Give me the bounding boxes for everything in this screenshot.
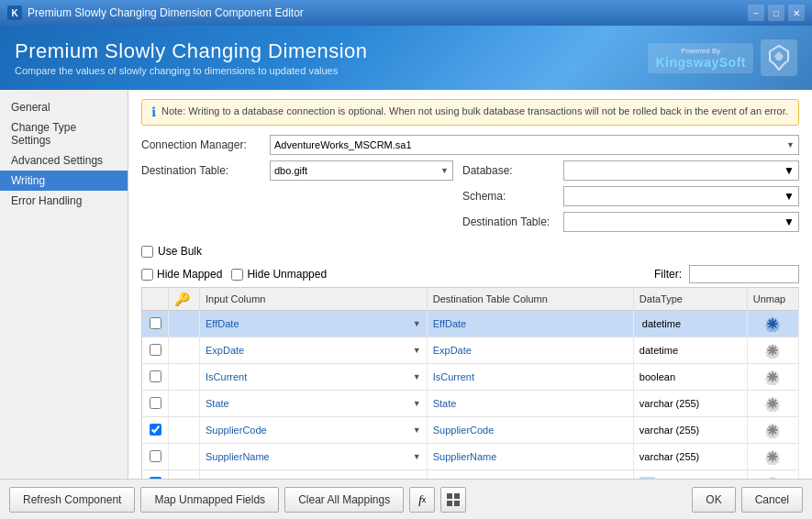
unmap-icon[interactable] bbox=[762, 367, 783, 387]
formula-button[interactable]: fx bbox=[409, 487, 435, 513]
row-checkbox[interactable] bbox=[150, 317, 161, 329]
use-bulk-checkbox[interactable] bbox=[141, 246, 153, 258]
svg-line-5 bbox=[770, 326, 771, 326]
svg-line-25 bbox=[770, 379, 771, 380]
input-col-cell: SupplierSK ▼ bbox=[200, 470, 428, 480]
unmap-cell bbox=[747, 364, 798, 391]
right-dest-table-dropdown[interactable]: ▼ bbox=[563, 212, 799, 232]
row-checkbox[interactable] bbox=[150, 477, 161, 480]
table-row: IsCurrent ▼ IsCurrentboolean bbox=[142, 364, 799, 391]
svg-line-23 bbox=[775, 379, 776, 380]
two-col-form: Destination Table: dbo.gift ▼ Database: … bbox=[141, 160, 799, 237]
svg-rect-71 bbox=[454, 493, 460, 499]
svg-line-7 bbox=[770, 320, 771, 321]
close-button[interactable]: ✕ bbox=[788, 5, 805, 21]
sidebar-item-writing[interactable]: Writing bbox=[0, 171, 128, 191]
header-logo: Powered By KingswaySoft bbox=[648, 39, 797, 76]
maximize-button[interactable]: □ bbox=[768, 5, 784, 21]
filter-input[interactable] bbox=[689, 265, 799, 283]
sidebar-item-change-type[interactable]: Change Type Settings bbox=[0, 117, 128, 150]
input-col-select[interactable]: EffDate ▼ bbox=[206, 318, 421, 329]
dropdown-arrow-icon5: ▼ bbox=[784, 215, 795, 228]
row-checkbox[interactable] bbox=[150, 397, 161, 409]
sidebar-item-error[interactable]: Error Handling bbox=[0, 191, 128, 211]
svg-line-29 bbox=[775, 373, 776, 374]
sidebar-item-general[interactable]: General bbox=[0, 97, 128, 117]
svg-line-45 bbox=[770, 432, 771, 433]
clear-all-button[interactable]: Clear All Mappings bbox=[284, 487, 404, 513]
row-checkbox[interactable] bbox=[150, 424, 161, 436]
info-icon: ℹ bbox=[151, 105, 156, 119]
use-bulk-label[interactable]: Use Bulk bbox=[158, 245, 202, 258]
key-cell bbox=[169, 444, 200, 470]
dest-table-value: dbo.gift bbox=[274, 165, 307, 176]
dest-table-row: Destination Table: dbo.gift ▼ bbox=[141, 160, 453, 181]
input-col-select[interactable]: SupplierName ▼ bbox=[206, 451, 421, 462]
dest-col-cell: EffDate bbox=[427, 311, 633, 337]
schema-row: Schema: ▼ bbox=[462, 186, 799, 206]
hide-unmapped-checkbox[interactable] bbox=[231, 269, 243, 281]
key-cell bbox=[169, 470, 200, 480]
svg-line-47 bbox=[770, 426, 771, 427]
th-unmap: Unmap bbox=[747, 288, 798, 311]
dest-table-dropdown[interactable]: dbo.gift ▼ bbox=[270, 160, 453, 181]
map-unmapped-button[interactable]: Map Unmapped Fields bbox=[140, 487, 279, 513]
dest-col-cell: State bbox=[427, 391, 633, 417]
unmap-icon[interactable] bbox=[762, 314, 783, 334]
unmap-cell bbox=[747, 417, 798, 444]
unmap-icon[interactable] bbox=[762, 473, 783, 479]
svg-line-37 bbox=[770, 400, 771, 401]
dest-col-cell: SupplierSK bbox=[427, 470, 633, 480]
input-col-cell: State ▼ bbox=[200, 391, 428, 417]
key-icon: 🔑 bbox=[174, 292, 190, 306]
svg-line-15 bbox=[770, 352, 771, 353]
connection-manager-value: AdventureWorks_MSCRM.sa1 bbox=[274, 139, 412, 150]
unmap-icon[interactable] bbox=[762, 420, 783, 440]
header-banner: Premium Slowly Changing Dimension Compar… bbox=[0, 26, 812, 90]
ok-button[interactable]: OK bbox=[692, 487, 735, 513]
input-col-select[interactable]: IsCurrent ▼ bbox=[206, 371, 421, 382]
hide-mapped-checkbox-label[interactable]: Hide Mapped bbox=[141, 268, 222, 281]
grid-button[interactable] bbox=[440, 487, 466, 513]
unmap-icon[interactable] bbox=[762, 340, 783, 360]
svg-line-3 bbox=[775, 326, 776, 326]
hide-mapped-checkbox[interactable] bbox=[141, 269, 153, 281]
header-title: Premium Slowly Changing Dimension bbox=[15, 39, 368, 63]
dest-col-cell: SupplierName bbox=[427, 444, 633, 470]
right-dest-table-label: Destination Table: bbox=[462, 215, 563, 228]
datatype-cell: datetime bbox=[633, 337, 747, 364]
sidebar-item-advanced[interactable]: Advanced Settings bbox=[0, 150, 128, 171]
table-header-row: 🔑 Input Column Destination Table Column … bbox=[142, 288, 799, 311]
connection-manager-dropdown[interactable]: AdventureWorks_MSCRM.sa1 ▼ bbox=[270, 135, 799, 155]
database-dropdown[interactable]: ▼ bbox=[563, 160, 799, 181]
unmap-icon[interactable] bbox=[762, 393, 783, 414]
key-cell bbox=[169, 364, 200, 391]
cancel-button[interactable]: Cancel bbox=[741, 487, 803, 513]
dest-col-cell: ExpDate bbox=[427, 337, 633, 364]
th-dest-col: Destination Table Column bbox=[427, 288, 633, 311]
dropdown-arrow-icon2: ▼ bbox=[440, 166, 449, 175]
input-col-select[interactable]: SupplierSK ▼ bbox=[206, 478, 421, 479]
input-col-select[interactable]: ExpDate ▼ bbox=[206, 345, 421, 356]
row-checkbox[interactable] bbox=[150, 370, 161, 382]
input-col-name: ExpDate bbox=[206, 345, 244, 356]
input-col-select[interactable]: SupplierCode ▼ bbox=[206, 425, 421, 436]
main-content: General Change Type Settings Advanced Se… bbox=[0, 90, 812, 479]
row-checkbox[interactable] bbox=[150, 450, 161, 462]
refresh-button[interactable]: Refresh Component bbox=[9, 487, 135, 513]
window-title: Premium Slowly Changing Dimension Compon… bbox=[28, 6, 304, 19]
minimize-button[interactable]: − bbox=[748, 5, 764, 21]
svg-line-57 bbox=[770, 453, 771, 454]
logo-powered: Powered By bbox=[681, 47, 720, 55]
unmap-icon[interactable] bbox=[762, 447, 783, 467]
input-col-select[interactable]: State ▼ bbox=[206, 398, 421, 409]
mapping-table: 🔑 Input Column Destination Table Column … bbox=[141, 287, 799, 479]
svg-line-55 bbox=[770, 458, 771, 459]
svg-line-59 bbox=[775, 453, 776, 454]
hide-unmapped-checkbox-label[interactable]: Hide Unmapped bbox=[231, 268, 327, 281]
svg-line-35 bbox=[770, 405, 771, 406]
row-checkbox[interactable] bbox=[150, 344, 161, 356]
schema-dropdown[interactable]: ▼ bbox=[563, 186, 799, 206]
datatype-cell: datetime bbox=[633, 311, 747, 337]
key-cell bbox=[169, 417, 200, 444]
